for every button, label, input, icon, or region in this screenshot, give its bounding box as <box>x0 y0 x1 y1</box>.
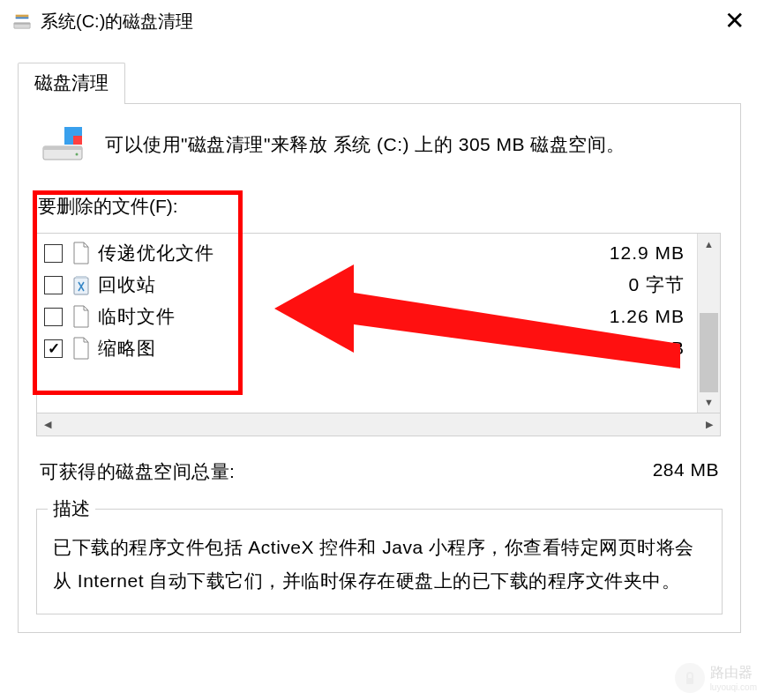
svg-rect-1 <box>14 23 30 25</box>
watermark: 路由器 luyouqi.com <box>675 663 757 693</box>
tab-strip: 磁盘清理 <box>18 62 746 103</box>
document-icon <box>71 337 91 360</box>
document-icon <box>71 242 91 264</box>
scroll-right-icon[interactable]: ▶ <box>699 419 720 430</box>
title-bar: 系统(C:)的磁盘清理 ✕ <box>0 0 764 42</box>
recycle-bin-icon <box>71 273 91 296</box>
file-row[interactable]: 回收站 0 字节 <box>44 269 690 301</box>
checkbox[interactable] <box>44 276 63 294</box>
info-text: 可以使用"磁盘清理"来释放 系统 (C:) 上的 305 MB 磁盘空间。 <box>105 130 625 160</box>
svg-rect-14 <box>686 678 693 684</box>
drive-icon <box>41 127 84 162</box>
watermark-text: 路由器 <box>710 664 757 682</box>
file-size: 284 MB <box>616 338 690 359</box>
file-row[interactable]: 传递优化文件 12.9 MB <box>44 237 690 269</box>
svg-rect-7 <box>73 136 82 145</box>
total-label: 可获得的磁盘空间总量: <box>40 459 235 484</box>
svg-rect-2 <box>16 15 29 18</box>
tab-disk-cleanup[interactable]: 磁盘清理 <box>18 63 125 104</box>
close-button[interactable]: ✕ <box>717 9 752 34</box>
checkbox[interactable] <box>44 339 63 358</box>
file-size: 12.9 MB <box>610 242 690 264</box>
document-icon <box>71 305 91 328</box>
file-name: 临时文件 <box>98 304 610 329</box>
svg-rect-6 <box>64 136 73 145</box>
file-list: 传递优化文件 12.9 MB 回收站 0 字节 <box>36 233 721 413</box>
horizontal-scrollbar[interactable]: ◀ ▶ <box>36 413 721 436</box>
dialog-body: 磁盘清理 可以使用"磁盘清理"来释放 系统 (C:) 上的 305 MB 磁盘空… <box>0 42 764 633</box>
svg-rect-4 <box>64 127 73 136</box>
tab-panel: 可以使用"磁盘清理"来释放 系统 (C:) 上的 305 MB 磁盘空间。 要删… <box>18 103 741 633</box>
watermark-icon <box>675 663 705 693</box>
scroll-thumb[interactable] <box>700 313 718 392</box>
file-row[interactable]: 临时文件 1.26 MB <box>44 301 690 332</box>
files-label: 要删除的文件(F): <box>36 194 723 219</box>
info-row: 可以使用"磁盘清理"来释放 系统 (C:) 上的 305 MB 磁盘空间。 <box>36 127 723 162</box>
file-name: 缩略图 <box>98 336 616 361</box>
svg-rect-9 <box>43 146 82 150</box>
scroll-up-icon[interactable]: ▲ <box>698 234 720 255</box>
file-name: 传递优化文件 <box>98 241 610 265</box>
description-text: 已下载的程序文件包括 ActiveX 控件和 Java 小程序，你查看特定网页时… <box>53 531 706 598</box>
total-value: 284 MB <box>653 459 719 484</box>
checkbox[interactable] <box>44 308 63 326</box>
svg-rect-13 <box>76 276 86 279</box>
file-size: 0 字节 <box>628 272 690 297</box>
description-legend: 描述 <box>48 496 95 521</box>
checkbox[interactable] <box>44 244 63 263</box>
scroll-down-icon[interactable]: ▼ <box>698 391 720 413</box>
watermark-sub: luyouqi.com <box>710 682 757 692</box>
svg-rect-3 <box>16 17 29 19</box>
svg-rect-5 <box>73 127 82 136</box>
file-name: 回收站 <box>98 272 628 297</box>
scroll-left-icon[interactable]: ◀ <box>37 419 58 430</box>
total-row: 可获得的磁盘空间总量: 284 MB <box>36 459 723 484</box>
window-title: 系统(C:)的磁盘清理 <box>41 10 193 34</box>
disk-cleanup-icon <box>12 11 32 31</box>
file-row[interactable]: 缩略图 284 MB <box>44 332 690 364</box>
files-section: 要删除的文件(F): 传递优化文件 12.9 MB <box>36 194 723 436</box>
vertical-scrollbar[interactable]: ▲ ▼ <box>697 234 720 413</box>
description-group: 描述 已下载的程序文件包括 ActiveX 控件和 Java 小程序，你查看特定… <box>36 509 723 614</box>
file-size: 1.26 MB <box>610 306 690 327</box>
svg-point-10 <box>76 153 79 156</box>
